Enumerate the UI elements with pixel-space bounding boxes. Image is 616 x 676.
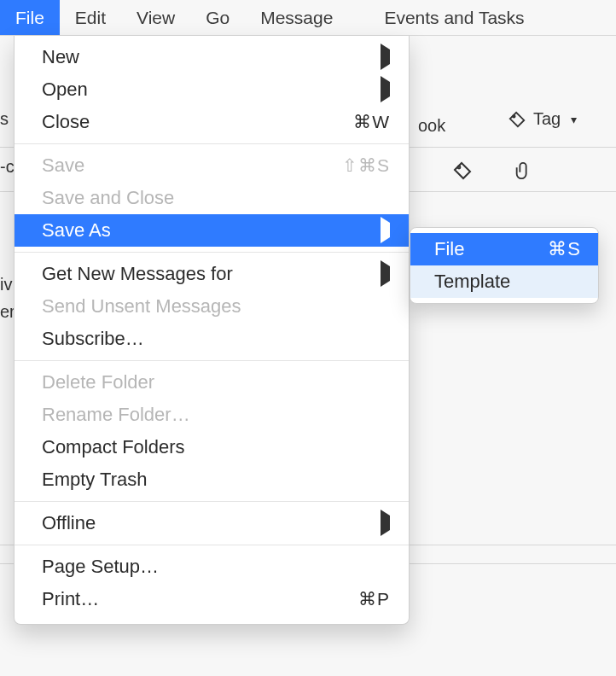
menu-item-open[interactable]: Open: [15, 73, 409, 106]
menu-separator: [15, 501, 409, 502]
menubar: File Edit View Go Message Events and Tas…: [0, 0, 616, 36]
obscured-text: s: [0, 109, 9, 129]
menu-item-print[interactable]: Print… ⌘P: [15, 583, 409, 615]
toolbar-fragment-text: ook: [418, 116, 445, 136]
menubar-item-message[interactable]: Message: [245, 0, 348, 35]
menu-separator: [15, 143, 409, 144]
menubar-item-go[interactable]: Go: [190, 0, 245, 35]
menu-item-compact-folders[interactable]: Compact Folders: [15, 431, 409, 463]
menu-item-label: Save and Close: [42, 187, 390, 209]
submenu-arrow-icon: [381, 50, 390, 65]
menubar-label: Edit: [75, 8, 106, 28]
menu-item-label: Get New Messages for: [42, 263, 381, 285]
svg-point-0: [513, 115, 515, 118]
tag-button[interactable]: Tag ▾: [508, 109, 577, 129]
menu-item-label: Save: [42, 154, 342, 177]
chevron-down-icon: ▾: [571, 113, 577, 126]
tag-icon: [508, 110, 526, 129]
menu-item-label: Page Setup…: [42, 556, 390, 578]
submenu-item-template[interactable]: Template: [410, 265, 598, 298]
menu-separator: [15, 252, 409, 253]
menu-item-subscribe[interactable]: Subscribe…: [15, 323, 409, 355]
menubar-label: Events and Tasks: [384, 8, 524, 28]
menu-item-label: Open: [42, 79, 381, 101]
menu-item-label: Rename Folder…: [42, 404, 390, 426]
menu-item-delete-folder: Delete Folder: [15, 366, 409, 399]
submenu-item-label: Template: [434, 271, 510, 293]
menubar-item-file[interactable]: File: [0, 0, 60, 35]
obscured-text: -c: [0, 157, 15, 177]
menubar-item-view[interactable]: View: [121, 0, 190, 35]
paperclip-icon[interactable]: [514, 160, 532, 185]
menu-shortcut: ⌘W: [353, 112, 390, 132]
menu-item-close[interactable]: Close ⌘W: [15, 106, 409, 138]
submenu-arrow-icon: [381, 223, 390, 238]
menu-item-label: Subscribe…: [42, 328, 390, 350]
menu-separator: [15, 545, 409, 545]
submenu-arrow-icon: [381, 82, 390, 97]
submenu-item-file[interactable]: File ⌘S: [410, 233, 598, 265]
menu-item-label: Delete Folder: [42, 371, 390, 393]
menu-item-label: Print…: [42, 588, 358, 610]
menubar-label: Message: [260, 8, 333, 28]
menu-item-new[interactable]: New: [15, 41, 409, 73]
submenu-arrow-icon: [381, 516, 390, 531]
menu-item-page-setup[interactable]: Page Setup…: [15, 551, 409, 583]
obscured-text: iv: [0, 275, 12, 294]
menubar-label: Go: [206, 8, 230, 28]
menu-separator: [15, 360, 409, 361]
menubar-label: File: [15, 8, 44, 28]
menu-item-label: Send Unsent Messages: [42, 295, 390, 318]
menu-item-label: Close: [42, 111, 353, 133]
menu-item-save-as[interactable]: Save As: [15, 214, 409, 247]
menu-item-get-new-messages[interactable]: Get New Messages for: [15, 258, 409, 290]
menu-item-save: Save ⇧⌘S: [15, 149, 409, 182]
menu-item-label: Save As: [42, 219, 381, 242]
menu-item-rename-folder: Rename Folder…: [15, 399, 409, 431]
menu-item-send-unsent: Send Unsent Messages: [15, 290, 409, 323]
submenu-arrow-icon: [381, 266, 390, 282]
menu-item-offline[interactable]: Offline: [15, 507, 409, 539]
menu-item-label: Empty Trash: [42, 469, 390, 491]
submenu-item-label: File: [434, 238, 464, 260]
menubar-item-events-tasks[interactable]: Events and Tasks: [369, 0, 539, 35]
menu-item-label: New: [42, 46, 381, 68]
menubar-label: View: [137, 8, 175, 28]
menu-item-label: Offline: [42, 512, 381, 534]
svg-point-1: [458, 166, 461, 169]
menu-shortcut: ⌘P: [358, 589, 390, 609]
tag-label: Tag: [533, 109, 561, 129]
menu-item-empty-trash[interactable]: Empty Trash: [15, 463, 409, 496]
menu-item-label: Compact Folders: [42, 436, 390, 458]
file-menu: New Open Close ⌘W Save ⇧⌘S Save and Clos…: [14, 36, 410, 625]
save-as-submenu: File ⌘S Template: [410, 227, 599, 304]
submenu-shortcut: ⌘S: [548, 238, 581, 260]
menu-shortcut: ⇧⌘S: [342, 155, 390, 176]
menubar-item-edit[interactable]: Edit: [60, 0, 121, 35]
tag-outline-icon[interactable]: [452, 160, 473, 185]
menu-item-save-and-close: Save and Close: [15, 182, 409, 214]
